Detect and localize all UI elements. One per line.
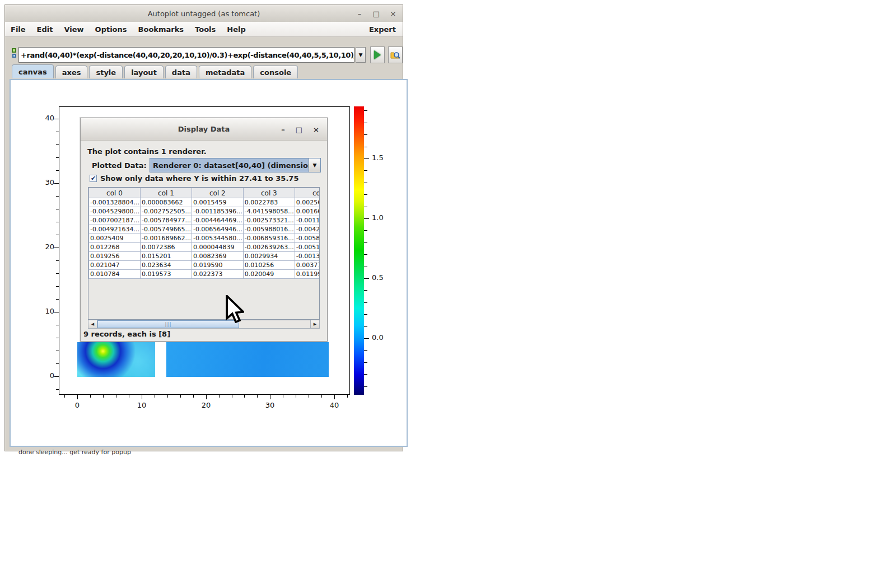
dialog-maximize-button[interactable]: □ <box>296 125 302 134</box>
dialog-titlebar[interactable]: Display Data – □ × <box>81 118 327 141</box>
table-row[interactable]: -0.004529800...-0.002752505...-0.0011853… <box>89 207 320 216</box>
table-cell[interactable]: -0.004294298... <box>295 225 320 234</box>
dialog-minimize-button[interactable]: – <box>281 125 285 134</box>
table-cell[interactable]: 0.019573 <box>140 270 192 279</box>
tab-style[interactable]: style <box>89 66 123 78</box>
table-cell[interactable]: 0.020049 <box>243 270 295 279</box>
table-cell[interactable]: -4.041598058... <box>243 207 295 216</box>
table-cell[interactable]: -0.005344580... <box>192 234 243 243</box>
tab-axes[interactable]: axes <box>55 66 88 78</box>
table-cell[interactable]: 0.023634 <box>140 261 192 270</box>
scrollbar-thumb[interactable]: ||| <box>97 320 239 328</box>
filter-row: ✔ Show only data where Y is within 27.41… <box>90 174 298 183</box>
table-cell[interactable]: 0.0082369 <box>192 252 243 261</box>
minimize-button[interactable]: – <box>356 10 363 18</box>
combobox-arrow[interactable]: ▼ <box>309 158 320 172</box>
table-row[interactable]: -0.001328804...0.0000836620.00154590.002… <box>89 198 320 207</box>
green-square-icon <box>12 48 16 53</box>
tab-canvas[interactable]: canvas <box>12 64 54 78</box>
table-cell[interactable]: 0.000083662 <box>140 198 192 207</box>
tab-console[interactable]: console <box>253 66 298 78</box>
table-cell[interactable]: -0.002752505... <box>140 207 192 216</box>
dialog-close-button[interactable]: × <box>313 125 319 134</box>
table-cell[interactable]: -0.004529800... <box>89 207 141 216</box>
scroll-left-button[interactable]: ◀ <box>88 320 97 328</box>
menu-bookmarks[interactable]: Bookmarks <box>133 25 190 34</box>
table-cell[interactable]: 0.022373 <box>192 270 243 279</box>
table-cell[interactable]: 0.019590 <box>192 261 243 270</box>
table-cell[interactable]: -0.005988016... <box>243 225 295 234</box>
table-cell[interactable]: -0.005784977... <box>140 216 192 225</box>
table-cell[interactable]: 0.0029934 <box>243 252 295 261</box>
table-cell[interactable]: -0.002639263... <box>243 243 295 252</box>
table-cell[interactable]: 0.0015459 <box>192 198 243 207</box>
table-cell[interactable]: -0.004464469... <box>192 216 243 225</box>
expert-toggle[interactable]: Expert <box>363 25 403 34</box>
table-cell[interactable]: 0.019256 <box>89 252 141 261</box>
column-header[interactable]: col 1 <box>140 188 192 198</box>
column-header[interactable]: col 3 <box>243 188 295 198</box>
table-cell[interactable]: 0.0025409 <box>89 234 141 243</box>
table-row[interactable]: -0.007002187...-0.005784977...-0.0044644… <box>89 216 320 225</box>
uri-input[interactable]: +rand(40,40)*(exp(-distance(40,40,20,20,… <box>18 47 354 63</box>
table-cell[interactable]: 0.010784 <box>89 270 141 279</box>
tab-layout[interactable]: layout <box>124 66 164 78</box>
table-cell[interactable]: -0.005146240... <box>295 243 320 252</box>
table-cell[interactable]: 0.021047 <box>89 261 141 270</box>
table-cell[interactable]: 0.0016608 <box>295 207 320 216</box>
menu-tools[interactable]: Tools <box>189 25 221 34</box>
table-cell[interactable]: -0.001328804... <box>89 198 141 207</box>
table-cell[interactable]: -0.007002187... <box>89 216 141 225</box>
filter-checkbox-label: Show only data where Y is within 27.41 t… <box>100 174 298 183</box>
table-cell[interactable]: -0.005749665... <box>140 225 192 234</box>
table-row[interactable]: 0.0025409-0.001689662...-0.005344580...-… <box>89 234 320 243</box>
table-cell[interactable]: 0.010256 <box>243 261 295 270</box>
folder-magnifier-icon <box>390 50 400 59</box>
table-row[interactable]: 0.0192560.0152010.00823690.0029934-0.001… <box>89 252 320 261</box>
menu-options[interactable]: Options <box>90 25 133 34</box>
horizontal-scrollbar[interactable]: ◀ ||| ▶ <box>88 320 320 329</box>
table-cell[interactable]: -0.001199077... <box>295 216 320 225</box>
menu-edit[interactable]: Edit <box>31 25 59 34</box>
table-cell[interactable]: 0.012268 <box>89 243 141 252</box>
data-table-viewport[interactable]: col 0col 1col 2col 3col 4 -0.001328804..… <box>88 187 320 320</box>
tab-metadata[interactable]: metadata <box>199 66 251 78</box>
table-cell[interactable]: -0.004921634... <box>89 225 141 234</box>
table-row[interactable]: -0.004921634...-0.005749665...-0.0065649… <box>89 225 320 234</box>
table-cell[interactable]: 0.000044839 <box>192 243 243 252</box>
table-cell[interactable]: -0.001333864... <box>295 252 320 261</box>
filter-checkbox[interactable]: ✔ <box>90 175 97 182</box>
inspect-uri-button[interactable] <box>388 46 403 63</box>
table-row[interactable]: 0.0122680.00723860.000044839-0.002639263… <box>89 243 320 252</box>
menu-help[interactable]: Help <box>221 25 251 34</box>
scroll-right-button[interactable]: ▶ <box>310 320 319 328</box>
column-header[interactable]: col 4 <box>295 188 320 198</box>
table-row[interactable]: 0.0107840.0195730.0223730.0200490.011997… <box>89 270 320 279</box>
table-cell[interactable]: 0.015201 <box>140 252 192 261</box>
tab-data[interactable]: data <box>165 66 197 78</box>
table-cell[interactable]: 0.0037721 <box>295 261 320 270</box>
table-cell[interactable]: -0.006859316... <box>243 234 295 243</box>
plotted-data-combobox[interactable]: Renderer 0: dataset[40,40] (dimension...… <box>150 158 321 172</box>
table-cell[interactable]: 0.011997 <box>295 270 320 279</box>
menu-view[interactable]: View <box>58 25 89 34</box>
table-cell[interactable]: -0.005872606... <box>295 234 320 243</box>
table-cell[interactable]: -0.001185396... <box>192 207 243 216</box>
table-cell[interactable]: 0.0025660 <box>295 198 320 207</box>
table-body: -0.001328804...0.0000836620.00154590.002… <box>89 198 320 279</box>
close-button[interactable]: × <box>389 10 397 18</box>
table-cell[interactable]: 0.0072386 <box>140 243 192 252</box>
window-titlebar[interactable]: Autoplot untagged (as tomcat) – □ × <box>5 5 403 22</box>
table-cell[interactable]: -0.002573321... <box>243 216 295 225</box>
uri-dropdown-button[interactable]: ▼ <box>356 47 366 63</box>
column-header[interactable]: col 2 <box>192 188 243 198</box>
column-header[interactable]: col 0 <box>89 188 141 198</box>
table-cell[interactable]: -0.001689662... <box>140 234 192 243</box>
table-row[interactable]: 0.0210470.0236340.0195900.0102560.003772… <box>89 261 320 270</box>
maximize-button[interactable]: □ <box>372 10 380 18</box>
blue-square-icon <box>12 54 16 58</box>
table-cell[interactable]: 0.0022783 <box>243 198 295 207</box>
menu-file[interactable]: File <box>5 25 31 34</box>
go-button[interactable] <box>370 46 385 63</box>
table-cell[interactable]: -0.006564946... <box>192 225 243 234</box>
